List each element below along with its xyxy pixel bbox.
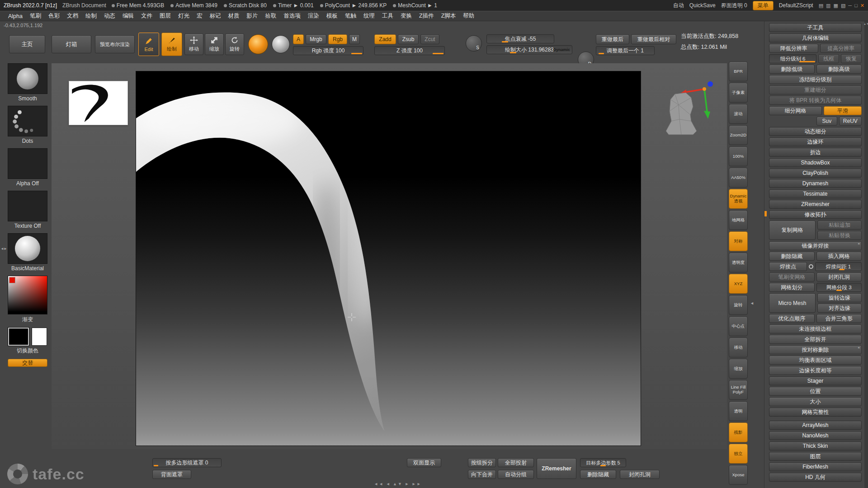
z-intensity-slider[interactable]: Z 强度 100 xyxy=(374,46,445,55)
shelf-button[interactable]: Xpose xyxy=(729,465,748,485)
mesh-divide-button[interactable]: 网格划分 xyxy=(769,283,815,292)
panel-splitter-arrow[interactable]: ◄ xyxy=(750,301,754,305)
del-higher-button[interactable]: 删除高级 xyxy=(816,65,862,74)
subpalette-header[interactable]: Dynamesh xyxy=(769,179,862,188)
shelf-button[interactable]: 残影 xyxy=(729,422,748,442)
stroke-preview-button[interactable] xyxy=(248,34,268,54)
window-control-icon[interactable]: ▧ xyxy=(841,3,845,9)
split-by-groups-button[interactable]: 按组拆分 xyxy=(468,458,496,467)
focal-shift-slider[interactable]: 焦点衰减 -55 xyxy=(486,34,554,43)
window-control-icon[interactable]: □ xyxy=(854,3,858,9)
reconstruct-subdiv-button[interactable]: 重建细分 xyxy=(769,85,862,94)
subpalette-header[interactable]: ArrayMesh xyxy=(769,421,862,430)
alpha-selector[interactable]: Alpha Off xyxy=(8,148,47,187)
mrgb-button[interactable]: Mrgb xyxy=(306,34,326,44)
lightbox-button[interactable]: 灯箱 xyxy=(52,35,91,53)
close-holes-button[interactable]: 封闭孔洞 xyxy=(816,272,862,282)
brush-to-mesh-button[interactable]: 笔刷变网格 xyxy=(769,272,815,282)
stager-header[interactable]: Stager xyxy=(769,376,862,385)
subpalette-header[interactable]: ClayPolish xyxy=(769,169,862,178)
freeze-subdivision-button[interactable]: 冻结细分级别 xyxy=(769,75,862,84)
color-picker[interactable]: 渐变 xyxy=(8,276,47,324)
brush-thumbnail[interactable] xyxy=(8,63,47,94)
menu-item[interactable]: 帮助 xyxy=(459,12,478,20)
subpalette-header[interactable]: FiberMesh xyxy=(769,462,862,471)
cage-button[interactable]: 线框 xyxy=(818,54,839,63)
zsub-button[interactable]: Zsub xyxy=(398,34,419,44)
draw-mode-button[interactable]: 绘制 xyxy=(161,33,182,56)
menus-button[interactable]: 菜单 xyxy=(753,1,774,10)
micro-mesh-button[interactable]: Micro Mesh xyxy=(769,293,816,313)
target-polycount-slider[interactable]: 目标多边形数 5 xyxy=(580,458,626,467)
shelf-button[interactable]: Zoom2D xyxy=(729,125,748,145)
move-mode-button[interactable]: 移动 xyxy=(184,33,203,55)
menu-item[interactable]: 材质 xyxy=(224,12,243,20)
optimize-points-order-button[interactable]: 优化点顺序 xyxy=(769,314,815,323)
shelf-button[interactable]: XYZ xyxy=(729,274,748,294)
shelf-button[interactable]: 透明度 xyxy=(729,253,748,272)
del-hidden-bottom-button[interactable]: 删除隐藏 xyxy=(580,470,616,479)
del-hidden-button[interactable]: 删除隐藏 xyxy=(769,252,815,261)
equalize-surface-area-button[interactable]: 均衡表面区域 xyxy=(769,356,862,365)
shelf-button[interactable]: 中心点 xyxy=(729,316,748,336)
scale-mode-button[interactable]: 缩放 xyxy=(205,33,224,55)
menu-item[interactable]: 模板 xyxy=(323,12,341,20)
delete-by-symmetry-button[interactable]: 按对称删除 « xyxy=(769,345,862,354)
weld-points-button[interactable]: 焊接点 xyxy=(769,262,807,271)
ui-opacity-slider[interactable]: 界面透明 0 xyxy=(721,2,747,9)
close-holes-bottom-button[interactable]: 封闭孔洞 xyxy=(620,470,660,479)
modify-topology-header[interactable]: 修改拓扑 xyxy=(769,210,862,219)
draw-size-slider[interactable]: 绘制大小 131.96283 Dynamic xyxy=(486,45,572,54)
subpalette-header[interactable]: 图层 xyxy=(769,452,862,461)
stager-position-button[interactable]: 位置 xyxy=(769,387,862,396)
menu-item[interactable]: 文档 xyxy=(63,12,82,20)
material-selector[interactable]: BasicMaterial xyxy=(8,233,47,272)
convert-bpr-to-geo-button[interactable]: 将 BPR 转换为几何体 xyxy=(769,96,862,105)
shelf-button[interactable]: 100% xyxy=(729,146,748,166)
shelf-button[interactable]: 缩放 xyxy=(729,359,748,379)
auto-button[interactable]: 自动 xyxy=(673,2,684,9)
lower-res-button[interactable]: 降低分辨率 xyxy=(769,44,818,53)
window-control-icon[interactable]: ▦ xyxy=(834,3,838,9)
higher-res-button[interactable]: 提高分辨率 xyxy=(820,44,862,53)
insert-mesh-button[interactable]: 插入网格 xyxy=(816,252,862,261)
ungrouped-border-button[interactable]: 未连接组边框 xyxy=(769,324,862,333)
redo-last-button[interactable]: 重做最后 xyxy=(596,34,629,44)
stager-size-button[interactable]: 大小 xyxy=(769,397,862,406)
subpalette-header[interactable]: ZRemesher xyxy=(769,200,862,209)
subtool-palette-header[interactable]: 子工具 xyxy=(769,23,862,32)
shelf-button[interactable]: 独立 xyxy=(729,444,748,464)
menu-item[interactable]: 图层 xyxy=(156,12,175,20)
home-button[interactable]: 主页 xyxy=(9,35,45,53)
dynamic-label[interactable]: Dynamic xyxy=(553,47,570,52)
smooth-toggle[interactable]: 平滑 xyxy=(824,106,862,115)
menu-item[interactable]: Z插件 xyxy=(415,12,438,20)
window-control-icon[interactable]: ✕ xyxy=(860,3,864,9)
shelf-button[interactable]: 滚动 xyxy=(729,104,748,124)
menu-item[interactable]: 绘制 xyxy=(82,12,100,20)
shelf-button[interactable]: 透明 xyxy=(729,401,748,421)
stroke-thumbnail[interactable] xyxy=(8,106,47,136)
stroke-selector[interactable]: Dots xyxy=(8,106,47,144)
shelf-button[interactable]: 对称 xyxy=(729,231,748,251)
m-button[interactable]: M xyxy=(349,34,360,44)
menu-item[interactable]: Alpha xyxy=(5,13,26,19)
shelf-button[interactable]: AA50% xyxy=(729,168,748,188)
reuv-button[interactable]: ReUV xyxy=(839,117,862,126)
texture-thumbnail[interactable] xyxy=(8,191,47,221)
shelf-button[interactable]: 旋转 xyxy=(729,295,748,315)
mesh-segments-slider[interactable]: 网格分段 3 xyxy=(816,283,862,292)
shelf-button[interactable]: 移动 xyxy=(729,338,748,357)
a-button[interactable]: A xyxy=(293,34,304,44)
alpha-thumbnail[interactable] xyxy=(8,148,47,179)
menu-item[interactable]: 色彩 xyxy=(45,12,63,20)
zcut-button[interactable]: Zcut xyxy=(420,34,439,44)
divide-button[interactable]: 细分网格 xyxy=(769,106,822,115)
zscript-button[interactable]: DefaultZScript xyxy=(779,2,813,9)
material-preview-button[interactable] xyxy=(272,35,290,53)
mesh-integrity-header[interactable]: 网格完整性 xyxy=(769,408,862,417)
timeline-scrubber[interactable]: ◄◄ ◄ ▲▼ ► ►► xyxy=(362,482,434,486)
menu-item[interactable]: 笔刷 xyxy=(26,12,45,20)
subpalette-header[interactable]: 动态细分 xyxy=(769,127,862,136)
texture-selector[interactable]: Texture Off xyxy=(8,191,47,229)
